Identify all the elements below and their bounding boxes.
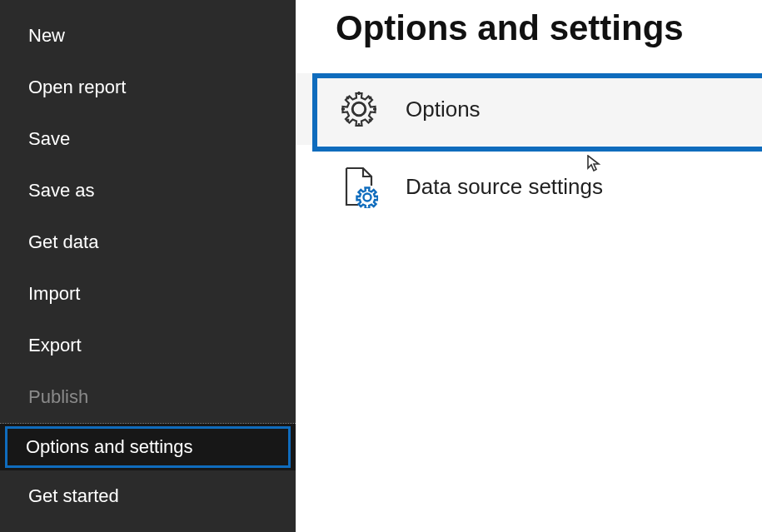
menu-item-label: Open report xyxy=(28,77,126,97)
cursor-icon xyxy=(586,155,601,172)
main-item-label: Data source settings xyxy=(406,174,603,200)
menu-item-get-data[interactable]: Get data xyxy=(0,216,296,268)
menu-item-new[interactable]: New xyxy=(0,10,296,62)
menu-item-import[interactable]: Import xyxy=(0,268,296,320)
gear-icon xyxy=(337,90,381,128)
menu-item-export[interactable]: Export xyxy=(0,320,296,371)
menu-item-label: New xyxy=(28,25,65,46)
menu-item-label: Options and settings xyxy=(26,436,193,457)
svg-point-2 xyxy=(364,194,371,201)
menu-item-publish: Publish xyxy=(0,371,296,423)
menu-item-get-started[interactable]: Get started xyxy=(0,470,296,522)
data-source-icon xyxy=(337,165,381,208)
menu-item-open-report[interactable]: Open report xyxy=(0,62,296,113)
options-item-data-source-settings[interactable]: Data source settings xyxy=(296,147,762,226)
menu-item-save-as[interactable]: Save as xyxy=(0,165,296,216)
menu-item-label: Get data xyxy=(28,231,98,252)
menu-item-label: Export xyxy=(28,335,82,355)
menu-item-save[interactable]: Save xyxy=(0,113,296,165)
menu-item-label: Get started xyxy=(28,485,119,506)
menu-item-label: Save xyxy=(28,128,70,149)
main-panel: Options and settings Options xyxy=(296,0,762,532)
page-title: Options and settings xyxy=(296,8,762,72)
options-item-options[interactable]: Options xyxy=(296,72,762,147)
menu-item-label: Import xyxy=(28,283,80,304)
svg-point-1 xyxy=(353,103,366,116)
options-list: Options Data source settings xyxy=(296,72,762,226)
menu-item-label: Save as xyxy=(28,180,95,201)
file-menu-sidebar: New Open report Save Save as Get data Im… xyxy=(0,0,296,532)
main-item-label: Options xyxy=(406,97,481,122)
menu-item-options-and-settings[interactable]: Options and settings xyxy=(0,423,296,470)
menu-item-label: Publish xyxy=(28,386,88,407)
